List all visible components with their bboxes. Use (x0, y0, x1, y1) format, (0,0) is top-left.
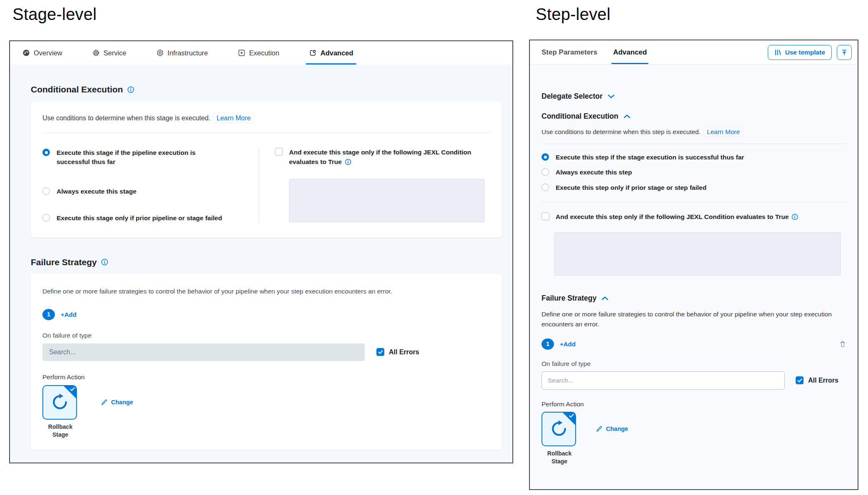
tab-label: Service (104, 49, 126, 57)
divider (542, 202, 846, 202)
failure-strategy-description: Define one or more failure strategies to… (42, 286, 490, 296)
section-title: Failure Strategy (31, 257, 97, 267)
failure-strategy-header[interactable]: Failure Strategy (542, 294, 846, 303)
tab-step-parameters[interactable]: Step Parameters (542, 40, 597, 64)
checkbox-input (796, 376, 804, 384)
jexl-condition-input[interactable] (554, 232, 841, 276)
info-icon[interactable] (345, 159, 351, 167)
play-icon (238, 49, 245, 57)
conditional-execution-heading: Conditional Execution (31, 85, 502, 95)
overview-icon (22, 49, 30, 57)
failure-type-search-input[interactable] (542, 371, 785, 390)
checkbox-input (275, 148, 283, 156)
stage-tabbar: Overview Service Infrastructure Executio… (10, 41, 512, 65)
upload-icon (841, 49, 848, 56)
radio-option-execute-if-failed[interactable]: Execute this step only if prior stage or… (542, 183, 846, 192)
trash-icon[interactable] (839, 341, 846, 348)
failure-strategy-card: Define one or more failure strategies to… (31, 274, 502, 450)
radio-input (42, 149, 50, 156)
strategy-badge[interactable]: 1 (542, 338, 554, 350)
change-action-link[interactable]: Change (596, 425, 628, 432)
failure-type-search-input[interactable] (42, 343, 365, 361)
stage-advanced-content: Conditional Execution Use conditions to … (10, 65, 512, 463)
learn-more-link[interactable]: Learn More (703, 127, 744, 137)
check-icon (569, 414, 574, 418)
failure-type-row: All Errors (42, 343, 490, 361)
tab-label: Infrastructure (168, 49, 208, 57)
strategy-add-row: 1 +Add (42, 309, 490, 320)
stage-level-title: Stage-level (12, 5, 96, 24)
step-tabbar: Step Parameters Advanced Use template (530, 40, 858, 65)
tab-label: Overview (34, 49, 62, 57)
jexl-condition-checkbox-row[interactable]: And execute this step only if the follow… (542, 212, 846, 223)
chevron-up-icon (602, 296, 608, 300)
check-icon (70, 387, 75, 391)
perform-action-row: Change (42, 385, 490, 420)
chevron-down-icon (608, 95, 614, 98)
advanced-icon (309, 49, 317, 57)
chevron-up-icon (624, 114, 630, 118)
add-strategy-button[interactable]: +Add (560, 341, 576, 348)
radio-input (542, 153, 549, 161)
pencil-icon (596, 425, 603, 432)
tab-label: Advanced (613, 48, 647, 57)
info-icon[interactable] (101, 259, 108, 266)
tab-advanced[interactable]: Advanced (613, 40, 647, 64)
failure-strategy-description: Define one or more failure strategies to… (542, 309, 838, 329)
stage-panel: Overview Service Infrastructure Executio… (9, 40, 513, 463)
conditional-execution-description: Use conditions to determine when this st… (42, 114, 490, 122)
tab-label: Step Parameters (542, 48, 597, 57)
tab-advanced[interactable]: Advanced (309, 41, 353, 65)
action-tile-caption: Rollback Stage (542, 450, 577, 465)
radio-input (42, 187, 50, 195)
on-failure-of-type-label: On failure of type (542, 360, 846, 368)
step-level-title: Step-level (536, 5, 611, 24)
jexl-condition-input[interactable] (289, 179, 485, 222)
tab-service[interactable]: Service (92, 41, 126, 65)
radio-option-always-execute[interactable]: Always execute this stage (42, 187, 259, 196)
tab-infrastructure[interactable]: Infrastructure (156, 41, 208, 65)
tab-label: Execution (249, 49, 279, 57)
conditional-execution-card: Use conditions to determine when this st… (31, 102, 502, 237)
perform-action-label: Perform Action (42, 373, 490, 381)
info-icon[interactable] (127, 86, 134, 93)
all-errors-checkbox-row[interactable]: All Errors (796, 376, 838, 384)
save-as-template-button[interactable] (837, 45, 852, 60)
perform-action-label: Perform Action (542, 400, 846, 408)
checkbox-input (376, 348, 384, 356)
radio-option-always-execute[interactable]: Always execute this step (542, 168, 846, 177)
tab-execution[interactable]: Execution (238, 41, 279, 65)
learn-more-link[interactable]: Learn More (213, 113, 255, 123)
radio-input (542, 184, 549, 191)
radio-input (542, 168, 549, 176)
screenshot-canvas: Stage-level Step-level Overview Service (0, 0, 868, 495)
action-tile-caption: Rollback Stage (42, 423, 78, 439)
failure-type-row: All Errors (542, 371, 846, 390)
all-errors-checkbox-row[interactable]: All Errors (376, 348, 419, 356)
conditional-execution-description: Use conditions to determine when this st… (542, 128, 846, 136)
step-panel: Step Parameters Advanced Use template (529, 40, 858, 490)
radio-input (42, 214, 50, 221)
strategy-add-row: 1 +Add (542, 338, 846, 350)
rollback-stage-tile[interactable] (542, 412, 576, 446)
rollback-stage-tile[interactable] (42, 385, 77, 420)
checkbox-input (542, 212, 549, 220)
strategy-badge[interactable]: 1 (42, 309, 55, 320)
divider (542, 144, 846, 144)
radio-option-execute-if-successful[interactable]: Execute this stage if the pipeline execu… (42, 148, 259, 167)
conditional-execution-header[interactable]: Conditional Execution (542, 112, 846, 121)
info-icon[interactable] (791, 214, 798, 221)
on-failure-of-type-label: On failure of type (42, 332, 490, 339)
failure-strategy-heading: Failure Strategy (31, 257, 502, 267)
add-strategy-button[interactable]: +Add (61, 311, 77, 318)
use-template-button[interactable]: Use template (768, 45, 832, 60)
radio-option-execute-if-failed[interactable]: Execute this stage only if prior pipelin… (42, 214, 259, 223)
step-advanced-content: Delegate Selector Conditional Execution … (530, 65, 858, 489)
jexl-condition-checkbox-row[interactable]: And execute this stage only if the follo… (275, 147, 490, 168)
tab-overview[interactable]: Overview (22, 41, 62, 65)
delegate-selector-header[interactable]: Delegate Selector (542, 92, 846, 101)
library-icon (774, 49, 781, 56)
perform-action-row: Change (542, 412, 846, 446)
radio-option-execute-if-successful[interactable]: Execute this step if the stage execution… (542, 153, 846, 162)
change-action-link[interactable]: Change (101, 399, 133, 405)
